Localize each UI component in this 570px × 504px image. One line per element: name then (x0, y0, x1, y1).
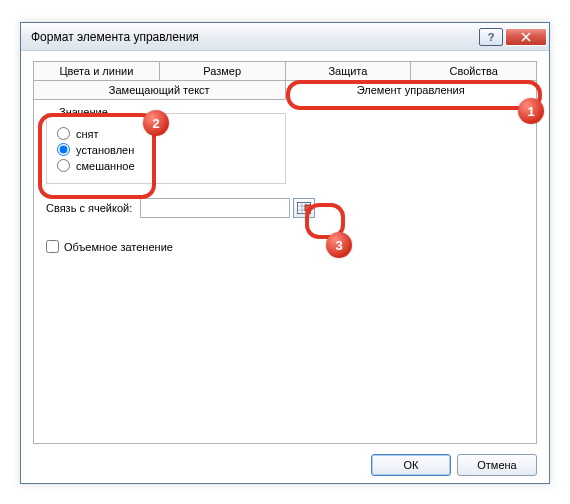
dialog-content: Цвета и линии Размер Защита Свойства Зам… (21, 51, 549, 483)
radio-checked[interactable]: установлен (57, 143, 275, 156)
shadow-checkbox[interactable] (46, 240, 59, 253)
cell-link-label: Связь с ячейкой: (46, 202, 140, 214)
tab-properties[interactable]: Свойства (410, 61, 537, 81)
window-title: Формат элемента управления (31, 30, 477, 44)
shadow-checkbox-label: Объемное затенение (64, 241, 173, 253)
tab-control[interactable]: Элемент управления (285, 80, 538, 100)
cell-link-row: Связь с ячейкой: (46, 198, 524, 218)
cell-reference-button[interactable] (293, 198, 315, 218)
close-button[interactable] (505, 28, 547, 46)
value-group-legend: Значение (55, 106, 112, 118)
help-button[interactable]: ? (479, 28, 503, 46)
tab-protection[interactable]: Защита (285, 61, 412, 81)
spreadsheet-icon (297, 202, 311, 214)
tabs: Цвета и линии Размер Защита Свойства Зам… (33, 61, 537, 444)
dialog-footer: ОК Отмена (33, 444, 537, 476)
tab-colors-lines[interactable]: Цвета и линии (33, 61, 160, 81)
tab-panel-control: Значение снят установлен смешанное (33, 99, 537, 444)
radio-mixed-label: смешанное (76, 160, 135, 172)
titlebar[interactable]: Формат элемента управления ? (21, 23, 549, 51)
close-icon (521, 32, 531, 42)
svg-rect-5 (305, 205, 311, 211)
ok-button[interactable]: ОК (371, 454, 451, 476)
tab-alt-text[interactable]: Замещающий текст (33, 80, 286, 100)
format-control-dialog: Формат элемента управления ? Цвета и лин… (20, 22, 550, 484)
cell-link-input[interactable] (140, 198, 290, 218)
radio-unchecked-input[interactable] (57, 127, 70, 140)
radio-mixed-input[interactable] (57, 159, 70, 172)
radio-mixed[interactable]: смешанное (57, 159, 275, 172)
shadow-checkbox-row[interactable]: Объемное затенение (46, 240, 524, 253)
tab-size[interactable]: Размер (159, 61, 286, 81)
radio-checked-input[interactable] (57, 143, 70, 156)
cancel-button[interactable]: Отмена (457, 454, 537, 476)
radio-checked-label: установлен (76, 144, 134, 156)
radio-unchecked-label: снят (76, 128, 99, 140)
value-group: Значение снят установлен смешанное (46, 113, 286, 184)
radio-unchecked[interactable]: снят (57, 127, 275, 140)
